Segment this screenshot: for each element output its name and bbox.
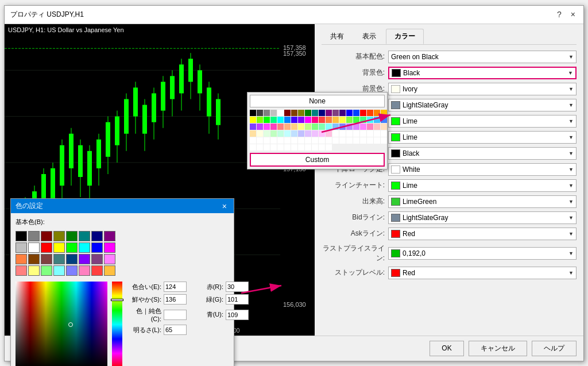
color-cell[interactable]: [353, 110, 359, 116]
color-cell[interactable]: [298, 137, 304, 144]
color-cell[interactable]: [360, 137, 366, 144]
color-cell[interactable]: [257, 130, 263, 137]
prop-select-up-bar[interactable]: Lime ▼: [388, 115, 577, 128]
prop-select-grid[interactable]: LightSlateGray ▼: [388, 99, 577, 111]
color-cell[interactable]: [250, 117, 256, 123]
color-cell[interactable]: [312, 137, 318, 144]
basic-color-cell[interactable]: [66, 265, 78, 276]
color-cell[interactable]: [319, 124, 325, 130]
basic-color-cell[interactable]: [28, 265, 40, 276]
hue-slider[interactable]: [112, 282, 122, 366]
prop-select-lastprice[interactable]: 0,192,0 ▼: [388, 247, 577, 260]
color-cell[interactable]: [332, 117, 339, 123]
basic-color-cell[interactable]: [79, 265, 90, 276]
color-cell[interactable]: [367, 130, 373, 137]
color-cell[interactable]: [270, 137, 277, 144]
prop-select-bid[interactable]: LightSlateGray ▼: [388, 211, 577, 224]
basic-color-cell[interactable]: [28, 231, 40, 241]
color-cell[interactable]: [298, 110, 304, 116]
basic-color-cell[interactable]: [53, 265, 65, 276]
basic-color-cell[interactable]: [104, 265, 115, 276]
basic-color-cell[interactable]: [16, 254, 27, 264]
green-input[interactable]: [226, 294, 249, 305]
basic-color-cell[interactable]: [41, 254, 52, 264]
color-cell[interactable]: [257, 124, 263, 130]
color-cell[interactable]: [264, 117, 270, 123]
color-settings-close[interactable]: ×: [220, 202, 229, 211]
color-cell[interactable]: [284, 137, 291, 144]
color-cell[interactable]: [264, 130, 270, 137]
color-cell[interactable]: [319, 144, 325, 151]
prop-select-ask[interactable]: Red ▼: [388, 228, 577, 240]
basic-color-cell[interactable]: [66, 231, 78, 241]
color-cell[interactable]: [305, 124, 311, 130]
color-cell[interactable]: [277, 144, 284, 151]
color-cell[interactable]: [264, 124, 270, 130]
color-cell[interactable]: [374, 117, 380, 123]
close-button[interactable]: ×: [568, 10, 578, 19]
color-cell[interactable]: [277, 124, 284, 130]
color-cell[interactable]: [374, 130, 380, 137]
blue-input[interactable]: [226, 310, 249, 320]
basic-color-cell[interactable]: [91, 265, 103, 276]
bright-input[interactable]: [164, 325, 187, 335]
color-cell[interactable]: [339, 137, 346, 144]
basic-color-cell[interactable]: [53, 231, 65, 241]
color-cell[interactable]: [360, 117, 366, 123]
color-cell[interactable]: [360, 110, 366, 116]
color-cell[interactable]: [326, 110, 332, 116]
color-cell[interactable]: [353, 117, 359, 123]
color-cell[interactable]: [250, 144, 256, 151]
help-footer-button[interactable]: ヘルプ: [532, 341, 577, 356]
color-cell[interactable]: [381, 137, 387, 144]
color-cell[interactable]: [339, 130, 346, 137]
color-cell[interactable]: [326, 117, 332, 123]
color-cell[interactable]: [360, 124, 366, 130]
prop-select-fg-color[interactable]: Ivory ▼: [388, 83, 577, 95]
color-cell[interactable]: [319, 117, 325, 123]
color-cell[interactable]: [346, 110, 353, 116]
color-cell[interactable]: [305, 137, 311, 144]
color-cell[interactable]: [264, 144, 270, 151]
cancel-button[interactable]: キャンセル: [469, 341, 527, 356]
val-input[interactable]: [164, 310, 187, 320]
color-cell[interactable]: [326, 144, 332, 151]
color-cell[interactable]: [332, 130, 339, 137]
color-cell[interactable]: [291, 144, 297, 151]
basic-color-cell[interactable]: [16, 231, 27, 241]
basic-color-cell[interactable]: [91, 242, 103, 253]
prop-select-volume[interactable]: LimeGreen ▼: [388, 195, 577, 208]
color-cell[interactable]: [367, 124, 373, 130]
color-cell[interactable]: [305, 117, 311, 123]
color-cell[interactable]: [353, 137, 359, 144]
sat-input[interactable]: [164, 294, 187, 305]
color-cell[interactable]: [319, 130, 325, 137]
color-cell[interactable]: [339, 110, 346, 116]
ok-button[interactable]: OK: [430, 341, 464, 356]
color-cell[interactable]: [284, 130, 291, 137]
color-cell[interactable]: [291, 137, 297, 144]
color-cell[interactable]: [291, 110, 297, 116]
color-cell[interactable]: [326, 130, 332, 137]
prop-select-stoplevel[interactable]: Red ▼: [388, 267, 577, 279]
color-cell[interactable]: [381, 130, 387, 137]
color-cell[interactable]: [270, 124, 277, 130]
color-cell[interactable]: [291, 130, 297, 137]
color-cell[interactable]: [346, 117, 353, 123]
color-cell[interactable]: [353, 124, 359, 130]
basic-color-cell[interactable]: [28, 254, 40, 264]
basic-color-cell[interactable]: [53, 254, 65, 264]
color-cell[interactable]: [250, 124, 256, 130]
color-cell[interactable]: [312, 124, 318, 130]
gradient-picker[interactable]: [16, 282, 107, 366]
color-cell[interactable]: [264, 137, 270, 144]
color-cell[interactable]: [250, 137, 256, 144]
color-cell[interactable]: [250, 130, 256, 137]
prop-select-line-chart[interactable]: Lime ▼: [388, 179, 577, 192]
tab-display[interactable]: 表示: [354, 29, 385, 44]
color-cell[interactable]: [284, 144, 291, 151]
prop-select-base-color[interactable]: Green on Black ▼: [388, 51, 577, 63]
color-cell[interactable]: [298, 124, 304, 130]
color-cell[interactable]: [277, 130, 284, 137]
color-cell[interactable]: [319, 110, 325, 116]
